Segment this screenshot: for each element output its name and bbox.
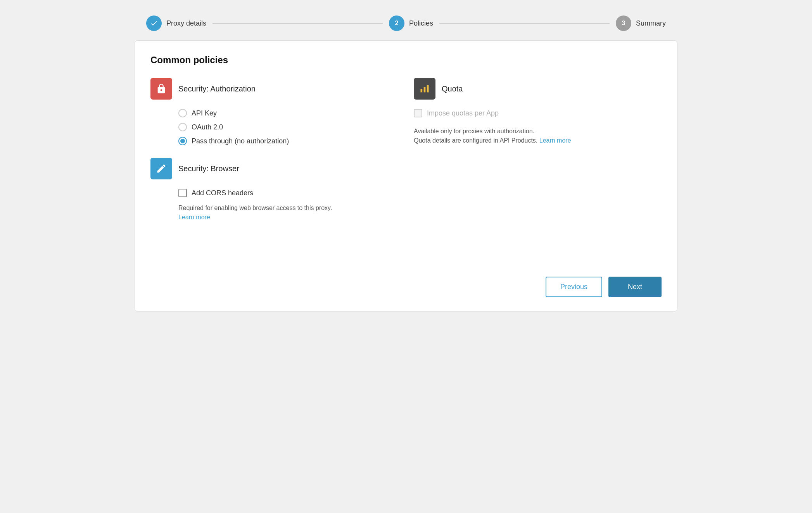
cors-checkbox-input[interactable] [178,189,187,197]
step-proxy-details: Proxy details [146,15,206,31]
radio-oauth[interactable]: OAuth 2.0 [178,123,398,131]
radio-pass-through-input[interactable] [178,137,187,145]
radio-api-key-input[interactable] [178,109,187,117]
next-button[interactable]: Next [608,277,662,297]
card-title: Common policies [150,55,662,65]
cors-checkbox-label: Add CORS headers [192,189,253,197]
svg-rect-2 [427,85,429,93]
quota-checkbox-option: Impose quotas per App [414,109,662,117]
quota-header: Quota [414,78,662,100]
right-column: Quota Impose quotas per App Available on… [414,78,662,261]
radio-api-key[interactable]: API Key [178,109,398,117]
step-label-proxy-details: Proxy details [166,19,206,28]
previous-button[interactable]: Previous [546,277,602,297]
main-card: Common policies Security: Authorization [135,40,677,312]
quota-checkbox-input [414,109,422,117]
step-circle-proxy-details [146,15,162,31]
quota-description-line2: Quota details are configured in API Prod… [414,137,537,144]
quota-icon [414,78,435,100]
step-label-summary: Summary [636,19,666,28]
quota-description: Available only for proxies with authoriz… [414,127,662,145]
quota-description-line1: Available only for proxies with authoriz… [414,128,534,134]
quota-title: Quota [442,84,463,93]
step-connector-1 [213,23,383,24]
security-auth-section: Security: Authorization API Key OAuth 2.… [150,78,398,145]
cors-description: Required for enabling web browser access… [178,203,398,222]
security-browser-header: Security: Browser [150,158,398,179]
svg-rect-1 [424,87,426,92]
step-summary: 3 Summary [616,15,666,31]
radio-pass-through[interactable]: Pass through (no authorization) [178,137,398,145]
step-circle-summary: 3 [616,15,631,31]
bottom-section: Previous Next [150,261,662,297]
step-circle-policies: 2 [389,15,404,31]
security-auth-icon [150,78,172,100]
svg-rect-0 [421,89,423,92]
quota-checkbox-label: Impose quotas per App [427,109,499,117]
security-browser-title: Security: Browser [178,164,239,173]
quota-section: Quota Impose quotas per App Available on… [414,78,662,145]
security-browser-section: Security: Browser Add CORS headers Requi… [150,158,398,222]
radio-oauth-label: OAuth 2.0 [192,123,223,131]
page-container: Proxy details 2 Policies 3 Summary Commo… [135,8,677,312]
radio-api-key-label: API Key [192,109,217,117]
step-policies: 2 Policies [389,15,433,31]
security-auth-header: Security: Authorization [150,78,398,100]
radio-group-auth: API Key OAuth 2.0 Pass through (no autho… [178,109,398,145]
quota-learn-more-link[interactable]: Learn more [539,137,571,144]
cors-learn-more-link[interactable]: Learn more [178,214,210,220]
stepper: Proxy details 2 Policies 3 Summary [135,8,677,40]
radio-oauth-input[interactable] [178,123,187,131]
left-column: Security: Authorization API Key OAuth 2.… [150,78,398,261]
security-auth-title: Security: Authorization [178,84,256,93]
step-label-policies: Policies [409,19,433,28]
step-connector-2 [439,23,610,24]
radio-pass-through-label: Pass through (no authorization) [192,137,289,145]
cors-description-text: Required for enabling web browser access… [178,205,332,211]
cors-checkbox-option[interactable]: Add CORS headers [178,189,398,197]
policies-grid: Security: Authorization API Key OAuth 2.… [150,78,662,261]
security-browser-icon [150,158,172,179]
